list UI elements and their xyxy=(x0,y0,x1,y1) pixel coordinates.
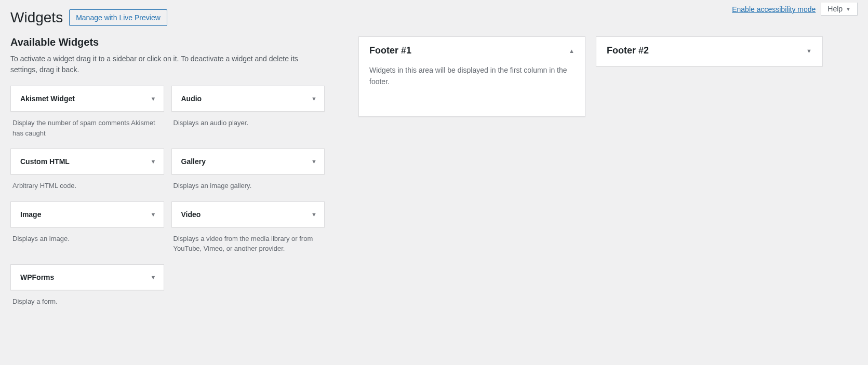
accessibility-mode-link[interactable]: Enable accessibility mode xyxy=(732,5,816,13)
widget-title: Image xyxy=(20,210,41,219)
chevron-down-icon: ▼ xyxy=(846,6,851,12)
widget-title: WPForms xyxy=(20,273,54,281)
widget-area-header[interactable]: Footer #1 ▲ xyxy=(359,37,585,64)
widget-wrapper: Audio ▼ Displays an audio player. xyxy=(171,86,325,138)
help-label: Help xyxy=(827,5,843,13)
widget-custom-html[interactable]: Custom HTML ▼ xyxy=(10,148,164,174)
widget-wrapper: Custom HTML ▼ Arbitrary HTML code. xyxy=(10,148,164,191)
widget-area-footer-2: Footer #2 ▼ xyxy=(596,36,823,66)
widget-area-header[interactable]: Footer #2 ▼ xyxy=(596,37,822,64)
widget-description: Displays an image. xyxy=(10,227,164,244)
widget-wrapper: Gallery ▼ Displays an image gallery. xyxy=(171,148,325,191)
widget-wrapper: Akismet Widget ▼ Display the number of s… xyxy=(10,86,164,138)
widget-area-title: Footer #1 xyxy=(369,45,411,56)
widget-area-footer-1: Footer #1 ▲ Widgets in this area will be… xyxy=(358,36,585,117)
widget-image[interactable]: Image ▼ xyxy=(10,201,164,227)
widget-description: Arbitrary HTML code. xyxy=(10,174,164,191)
widget-wrapper: WPForms ▼ Display a form. xyxy=(10,264,164,307)
chevron-down-icon: ▼ xyxy=(151,158,156,165)
widget-title: Gallery xyxy=(181,157,206,166)
widget-description: Display a form. xyxy=(10,290,164,307)
page-title: Widgets xyxy=(10,9,63,26)
widget-description: Displays a video from the media library … xyxy=(171,227,325,254)
widgets-grid: Akismet Widget ▼ Display the number of s… xyxy=(10,86,325,306)
widget-gallery[interactable]: Gallery ▼ xyxy=(171,148,325,174)
widget-video[interactable]: Video ▼ xyxy=(171,201,325,227)
widget-description: Displays an audio player. xyxy=(171,112,325,128)
live-preview-button[interactable]: Manage with Live Preview xyxy=(69,9,167,26)
chevron-down-icon: ▼ xyxy=(311,96,317,102)
help-button[interactable]: Help ▼ xyxy=(821,3,858,16)
available-widgets-description: To activate a widget drag it to a sideba… xyxy=(10,53,325,75)
chevron-up-icon: ▲ xyxy=(569,48,575,54)
chevron-down-icon: ▼ xyxy=(151,211,156,218)
widget-areas-column: Footer #1 ▲ Widgets in this area will be… xyxy=(358,36,858,117)
widget-description: Displays an image gallery. xyxy=(171,174,325,191)
widget-title: Audio xyxy=(181,94,202,103)
chevron-down-icon: ▼ xyxy=(311,211,317,218)
available-widgets-heading: Available Widgets xyxy=(10,36,325,48)
available-widgets-column: Available Widgets To activate a widget d… xyxy=(10,36,325,306)
widget-akismet[interactable]: Akismet Widget ▼ xyxy=(10,86,164,112)
chevron-down-icon: ▼ xyxy=(806,48,812,54)
widget-audio[interactable]: Audio ▼ xyxy=(171,86,325,112)
chevron-down-icon: ▼ xyxy=(311,158,317,165)
widget-title: Video xyxy=(181,210,201,219)
chevron-down-icon: ▼ xyxy=(151,96,156,102)
widget-description: Display the number of spam comments Akis… xyxy=(10,112,164,138)
page-heading-row: Widgets Manage with Live Preview xyxy=(10,9,858,26)
widget-area-title: Footer #2 xyxy=(607,45,649,56)
widget-wpforms[interactable]: WPForms ▼ xyxy=(10,264,164,290)
main-columns: Available Widgets To activate a widget d… xyxy=(10,36,858,306)
widget-wrapper: Video ▼ Displays a video from the media … xyxy=(171,201,325,254)
widget-area-description: Widgets in this area will be displayed i… xyxy=(359,64,585,116)
widget-title: Akismet Widget xyxy=(20,94,75,103)
widget-title: Custom HTML xyxy=(20,157,70,166)
chevron-down-icon: ▼ xyxy=(151,274,156,280)
widget-wrapper: Image ▼ Displays an image. xyxy=(10,201,164,254)
